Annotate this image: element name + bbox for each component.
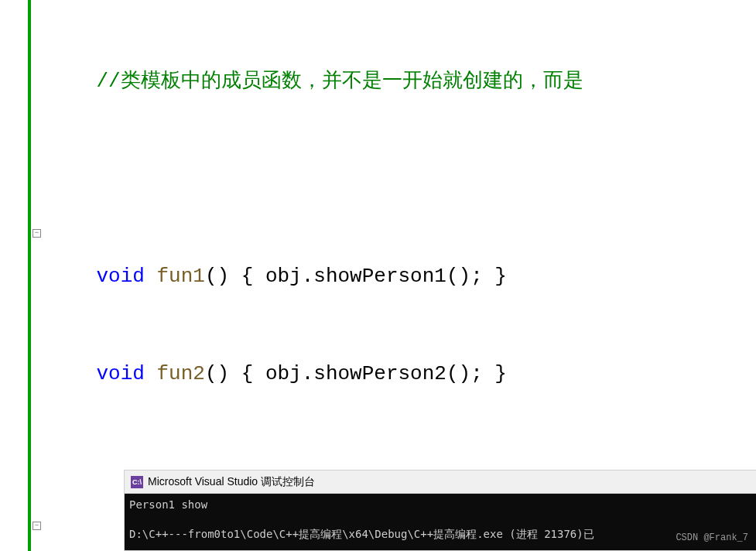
function-name: fun2: [156, 362, 204, 385]
console-title-text: Microsoft Visual Studio 调试控制台: [148, 475, 315, 489]
code-line: //类模板中的成员函数，并不是一开始就创建的，而是: [48, 65, 756, 98]
keyword-void: void: [96, 265, 144, 288]
comment-text: //类模板中的成员函数，并不是一开始就创建的，而是: [96, 70, 583, 93]
code-body: () { obj.showPerson2(); }: [205, 362, 507, 385]
code-body: () { obj.showPerson1(); }: [205, 265, 507, 288]
code-area[interactable]: //类模板中的成员函数，并不是一开始就创建的，而是 void fun1() { …: [31, 0, 756, 551]
console-app-icon: C:\: [131, 476, 143, 488]
keyword-void: void: [96, 362, 144, 385]
code-line: void fun1() { obj.showPerson1(); }: [48, 260, 756, 293]
console-output[interactable]: Person1 showD:\C++---from0to1\Code\C++提高…: [125, 494, 756, 550]
console-output-line: D:\C++---from0to1\Code\C++提高编程\x64\Debug…: [129, 526, 753, 542]
code-editor[interactable]: − − //类模板中的成员函数，并不是一开始就创建的，而是 void fun1(…: [0, 0, 756, 551]
function-name: fun1: [156, 265, 204, 288]
watermark-text: CSDN @Frank_7: [676, 532, 748, 543]
console-titlebar[interactable]: C:\ Microsoft Visual Studio 调试控制台: [125, 471, 756, 494]
debug-console-window[interactable]: C:\ Microsoft Visual Studio 调试控制台 Person…: [124, 470, 756, 551]
code-line: void fun2() { obj.showPerson2(); }: [48, 358, 756, 390]
console-output-line: Person1 show: [129, 497, 753, 512]
editor-gutter: [0, 0, 31, 551]
code-line: [48, 163, 756, 195]
